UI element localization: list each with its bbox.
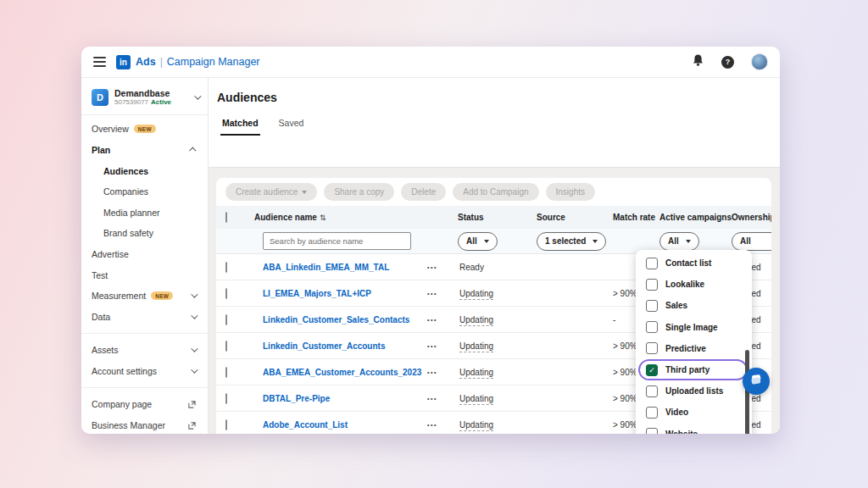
dropdown-option-label: Lookalike — [665, 280, 704, 289]
row-menu-icon[interactable]: ••• — [424, 264, 458, 270]
row-menu-icon[interactable]: ••• — [424, 422, 458, 428]
dropdown-option-uploaded-lists[interactable]: Uploaded lists — [636, 380, 752, 402]
sidebar-item-measurement[interactable]: MeasurementNEW — [81, 286, 208, 307]
status-filter[interactable]: All — [458, 232, 498, 251]
button-label: Share a copy — [334, 187, 384, 197]
new-badge: NEW — [151, 291, 173, 300]
checkbox-unchecked-icon[interactable] — [646, 300, 658, 312]
dropdown-option-lookalike[interactable]: Lookalike — [636, 274, 752, 295]
audience-name-link[interactable]: ABA_Linkedin_EMEA_MM_TAL — [254, 263, 424, 272]
account-switcher[interactable]: D Demandbase 507539077Active — [81, 85, 208, 115]
sidebar-item-overview[interactable]: OverviewNEW — [81, 119, 208, 140]
sidebar-item-advertise[interactable]: Advertise — [81, 244, 208, 265]
sidebar-item-audiences[interactable]: Audiences — [81, 160, 208, 181]
dropdown-option-label: Sales — [665, 301, 687, 310]
tab-saved[interactable]: Saved — [277, 118, 306, 136]
sort-icon[interactable]: ⇅ — [320, 214, 326, 222]
sidebar-item-companies[interactable]: Companies — [81, 181, 208, 202]
notifications-bell-icon[interactable] — [692, 53, 704, 70]
checkbox-unchecked-icon[interactable] — [646, 258, 658, 269]
brand-separator: | — [160, 56, 163, 68]
account-logo: D — [92, 89, 108, 106]
checkbox-unchecked-icon[interactable] — [646, 428, 658, 434]
audience-name-link[interactable]: Linkedin_Customer_Sales_Contacts — [254, 315, 424, 324]
sidebar-item-company-page[interactable]: Company page — [81, 394, 208, 415]
dropdown-option-video[interactable]: Video — [636, 402, 752, 423]
audience-name-link[interactable]: DBTAL_Pre-Pipe — [254, 394, 424, 403]
add-to-campaign-button[interactable]: Add to Campaign — [453, 183, 538, 201]
row-checkbox-cell — [216, 420, 254, 430]
chevron-down-icon — [191, 291, 198, 297]
checkbox-unchecked-icon[interactable] — [646, 385, 658, 397]
dropdown-option-label: Third party — [665, 365, 709, 374]
row-checkbox[interactable] — [225, 314, 227, 325]
row-checkbox[interactable] — [225, 419, 227, 430]
column-label: Ownership — [732, 213, 771, 222]
dropdown-option-third-party[interactable]: ✓Third party — [636, 359, 752, 380]
sidebar-item-assets[interactable]: Assets — [81, 340, 208, 361]
toolbar: Create audienceShare a copyDeleteAdd to … — [216, 178, 771, 206]
checkbox-unchecked-icon[interactable] — [646, 279, 658, 291]
audience-name-link[interactable]: Adobe_Account_List — [254, 420, 424, 430]
audience-name-link[interactable]: LI_EMEA_Majors_TAL+ICP — [254, 289, 424, 298]
brand-product: Ads — [136, 56, 156, 68]
select-all-checkbox[interactable] — [225, 212, 227, 223]
button-label: Create audience — [236, 187, 298, 197]
row-checkbox[interactable] — [225, 262, 227, 273]
column-label: Source — [537, 213, 565, 222]
sidebar-item-plan[interactable]: Plan — [81, 140, 208, 161]
sidebar-item-brand-safety[interactable]: Brand safety — [81, 223, 208, 244]
row-menu-icon[interactable]: ••• — [424, 291, 458, 297]
row-checkbox[interactable] — [225, 393, 227, 404]
sidebar-item-test[interactable]: Test — [81, 264, 208, 286]
row-menu-icon[interactable]: ••• — [424, 343, 458, 349]
dropdown-option-website[interactable]: Website — [636, 424, 752, 435]
delete-button[interactable]: Delete — [401, 183, 446, 201]
column-label: Match rate — [613, 213, 655, 222]
checkbox-unchecked-icon[interactable] — [646, 321, 658, 333]
sidebar-item-media-planner[interactable]: Media planner — [81, 202, 208, 223]
audience-name-link[interactable]: Linkedin_Customer_Accounts — [254, 341, 424, 351]
active-campaigns-filter[interactable]: All — [659, 232, 699, 251]
checkbox-unchecked-icon[interactable] — [646, 407, 658, 419]
search-input[interactable] — [263, 232, 411, 250]
row-checkbox[interactable] — [225, 367, 227, 378]
page-background: in Ads | Campaign Manager ? D Demandbase… — [0, 0, 868, 488]
user-avatar[interactable] — [751, 53, 768, 70]
row-checkbox[interactable] — [225, 341, 227, 352]
main-content: Audiences MatchedSaved Create audienceSh… — [209, 78, 780, 434]
row-checkbox[interactable] — [225, 288, 227, 299]
dropdown-option-contact-list[interactable]: Contact list — [636, 252, 752, 274]
status-value: Updating — [459, 315, 493, 326]
sidebar-item-data[interactable]: Data — [81, 306, 208, 327]
linkedin-logo-icon[interactable]: in — [116, 55, 131, 69]
checkbox-unchecked-icon[interactable] — [646, 342, 658, 354]
create-audience-button[interactable]: Create audience — [225, 183, 317, 201]
share-a-copy-button[interactable]: Share a copy — [324, 183, 394, 201]
sidebar-item-account-settings[interactable]: Account settings — [81, 361, 208, 382]
dropdown-option-sales[interactable]: Sales — [636, 295, 752, 316]
column-header-ownership: Ownership — [732, 213, 771, 222]
insights-button[interactable]: Insights — [546, 183, 595, 201]
tab-bar: MatchedSaved — [209, 104, 780, 136]
row-menu-icon[interactable]: ••• — [424, 369, 458, 375]
audience-name-link[interactable]: ABA_EMEA_Customer_Accounts_2023 — [254, 368, 424, 377]
status-cell: Updating — [458, 341, 537, 351]
checkbox-checked-icon[interactable]: ✓ — [646, 364, 658, 376]
help-icon[interactable]: ? — [721, 56, 734, 69]
source-filter[interactable]: 1 selected — [537, 232, 606, 251]
tab-matched[interactable]: Matched — [220, 118, 260, 136]
menu-icon[interactable] — [93, 57, 106, 67]
dropdown-option-predictive[interactable]: Predictive — [636, 338, 752, 359]
chevron-down-icon — [191, 312, 198, 319]
row-menu-icon[interactable]: ••• — [424, 396, 458, 402]
sidebar-item-business-manager[interactable]: Business Manager — [81, 415, 208, 434]
row-menu-icon[interactable]: ••• — [424, 317, 458, 323]
ownership-filter[interactable]: All — [732, 232, 771, 251]
sidebar-item-label: Brand safety — [103, 228, 153, 238]
column-header-audience-name[interactable]: Audience name⇅ — [254, 213, 424, 222]
chat-fab-button[interactable] — [743, 368, 770, 395]
sidebar-item-label: Overview — [92, 124, 129, 134]
sidebar-item-label: Audiences — [103, 166, 148, 176]
dropdown-option-single-image[interactable]: Single Image — [636, 317, 752, 338]
